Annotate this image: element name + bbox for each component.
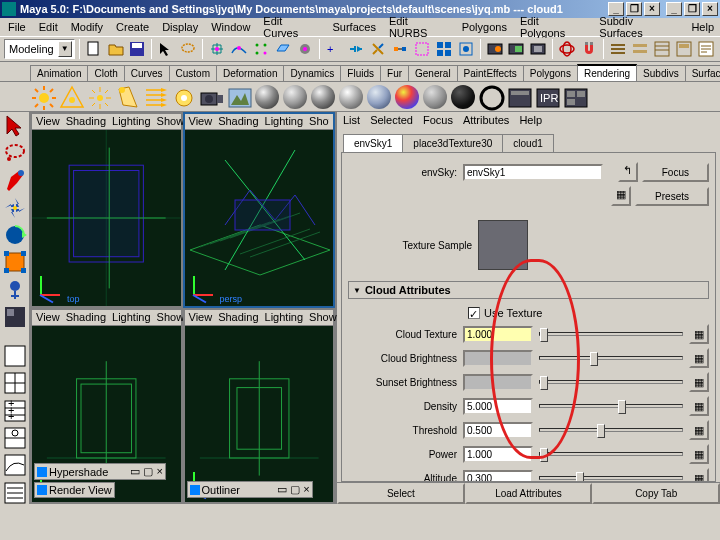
child-restore-button[interactable]: ❐ — [684, 2, 700, 16]
sun-light-icon[interactable] — [30, 84, 56, 110]
attr-map-button[interactable]: ▦ — [689, 348, 709, 368]
attr-power-field[interactable] — [463, 446, 533, 463]
hypershade-button[interactable] — [557, 38, 577, 60]
use-texture-checkbox[interactable]: ✓ — [468, 307, 480, 319]
attr-map-button[interactable]: ▦ — [689, 324, 709, 344]
construction-history-button[interactable]: + — [324, 38, 344, 60]
layout-list-icon[interactable] — [3, 481, 27, 504]
menu-modify[interactable]: Modify — [65, 20, 109, 34]
attr-cloud-texture-field[interactable] — [463, 326, 533, 343]
attr-slider[interactable] — [539, 356, 683, 360]
ipr-view-icon[interactable]: IPR — [534, 84, 560, 110]
menu-display[interactable]: Display — [156, 20, 204, 34]
shelf-tab-surfaces[interactable]: Surfaces — [685, 65, 720, 81]
select-button[interactable]: Select — [337, 483, 465, 504]
menu-subdiv-surfaces[interactable]: Subdiv Surfaces — [593, 14, 684, 40]
output-connections-button[interactable] — [390, 38, 410, 60]
shelf-tab-general[interactable]: General — [408, 65, 458, 81]
rotate-tool-icon[interactable] — [3, 223, 27, 246]
attr-slider[interactable] — [539, 380, 683, 384]
shader-ball-6-icon[interactable] — [422, 84, 448, 110]
toolbar-opts-button[interactable] — [630, 38, 650, 60]
shelf-tab-rendering[interactable]: Rendering — [577, 64, 637, 81]
ae-menu-list[interactable]: List — [343, 114, 360, 128]
new-scene-button[interactable] — [84, 38, 104, 60]
shader-ball-5-icon[interactable] — [366, 84, 392, 110]
cycle-history-button[interactable] — [368, 38, 388, 60]
camera-icon[interactable] — [198, 84, 224, 110]
viewport-front[interactable]: ViewShadingLightingShow Hypershade▭ ▢ × … — [30, 308, 183, 504]
menu-edit-curves[interactable]: Edit Curves — [257, 14, 325, 40]
object-mask-button[interactable] — [456, 38, 476, 60]
select-tool-icon[interactable] — [3, 114, 27, 137]
point-light-icon[interactable] — [86, 84, 112, 110]
layout-two-icon[interactable] — [3, 426, 27, 449]
attr-slider[interactable] — [539, 476, 683, 480]
outliner-panel-label[interactable]: Outliner▭ ▢ × — [187, 481, 313, 498]
render-button[interactable] — [485, 38, 505, 60]
attr-map-button[interactable]: ▦ — [689, 468, 709, 482]
shelf-tab-cloth[interactable]: Cloth — [87, 65, 124, 81]
shader-ramp-icon[interactable] — [394, 84, 420, 110]
renderview-panel-label[interactable]: Render View — [34, 482, 115, 498]
selection-mask-button[interactable] — [412, 38, 432, 60]
shader-ring-icon[interactable] — [478, 84, 504, 110]
shelf-tab-polygons[interactable]: Polygons — [523, 65, 578, 81]
select-tool-button[interactable] — [156, 38, 176, 60]
lasso-tool-icon[interactable] — [3, 141, 27, 164]
presets-button[interactable]: Presets — [635, 187, 709, 206]
move-tool-icon[interactable] — [3, 196, 27, 219]
ae-menu-selected[interactable]: Selected — [370, 114, 413, 128]
attr-slider[interactable] — [539, 428, 683, 432]
go-back-button[interactable]: ↰ — [618, 162, 638, 182]
snap-plane-button[interactable] — [273, 38, 293, 60]
menu-edit[interactable]: Edit — [33, 20, 64, 34]
shader-ball-2-icon[interactable] — [282, 84, 308, 110]
load-attributes-button[interactable]: Load Attributes — [465, 483, 593, 504]
save-button[interactable] — [128, 38, 148, 60]
shader-black-icon[interactable] — [450, 84, 476, 110]
menu-file[interactable]: File — [2, 20, 32, 34]
menu-polygons[interactable]: Polygons — [456, 20, 513, 34]
attr-map-button[interactable]: ▦ — [689, 372, 709, 392]
input-connections-button[interactable] — [346, 38, 366, 60]
manipulator-icon[interactable] — [3, 278, 27, 301]
attr-map-button[interactable]: ▦ — [689, 444, 709, 464]
script-editor-button[interactable] — [696, 38, 716, 60]
scale-tool-icon[interactable] — [3, 250, 27, 273]
attr-slider[interactable] — [539, 452, 683, 456]
attr-threshold-field[interactable] — [463, 422, 533, 439]
attr-map-button[interactable]: ▦ — [689, 420, 709, 440]
presets-icon-button[interactable]: ▦ — [611, 186, 631, 206]
attr-map-button[interactable]: ▦ — [689, 396, 709, 416]
shelf-tab-subdivs[interactable]: Subdivs — [636, 65, 686, 81]
child-close-button[interactable]: × — [702, 2, 718, 16]
spot-light-icon[interactable] — [114, 84, 140, 110]
shelf-tab-deformation[interactable]: Deformation — [216, 65, 284, 81]
node-name-field[interactable] — [463, 164, 603, 181]
layout-curve-icon[interactable] — [3, 453, 27, 476]
shader-ball-3-icon[interactable] — [310, 84, 336, 110]
shelf-tab-animation[interactable]: Animation — [30, 65, 88, 81]
ae-menu-attributes[interactable]: Attributes — [463, 114, 509, 128]
snap-point-button[interactable] — [251, 38, 271, 60]
hypershade-panel-label[interactable]: Hypershade▭ ▢ × — [34, 463, 166, 480]
lasso-tool-button[interactable] — [178, 38, 198, 60]
open-button[interactable] — [106, 38, 126, 60]
area-light-icon[interactable] — [170, 84, 196, 110]
cloud-attributes-section[interactable]: ▼Cloud Attributes — [348, 281, 709, 299]
shelf-tab-curves[interactable]: Curves — [124, 65, 170, 81]
snap-curve-button[interactable] — [229, 38, 249, 60]
shelf-tab-fluids[interactable]: Fluids — [340, 65, 381, 81]
snap-live-button[interactable] — [295, 38, 315, 60]
viewport-persp[interactable]: ViewShadingLightingShow persp — [183, 112, 336, 308]
shelf-tab-painteffects[interactable]: PaintEffects — [457, 65, 524, 81]
directional-light-icon[interactable] — [142, 84, 168, 110]
snap-grid-button[interactable] — [207, 38, 227, 60]
ae-button[interactable] — [674, 38, 694, 60]
four-view-icon[interactable] — [3, 371, 27, 394]
single-view-icon[interactable] — [3, 344, 27, 367]
menu-window[interactable]: Window — [205, 20, 256, 34]
component-mask-button[interactable] — [434, 38, 454, 60]
menu-help[interactable]: Help — [685, 20, 720, 34]
